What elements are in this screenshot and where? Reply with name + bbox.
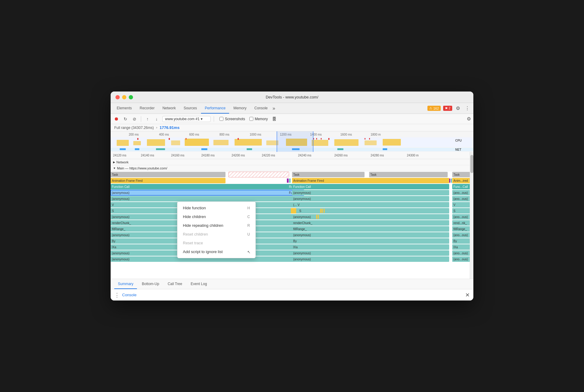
close-button[interactable]	[115, 95, 120, 99]
svg-text:Task: Task	[370, 173, 377, 176]
tab-sources[interactable]: Sources	[180, 103, 200, 114]
ctx-hide-children[interactable]: Hide children C	[177, 212, 255, 221]
svg-text:1600 ms: 1600 ms	[340, 133, 352, 136]
toolbar-gear-icon[interactable]: ⚙	[467, 116, 471, 122]
tab-right-area: ⚠ 162 ✖ 2 ⚙ ⋮	[427, 105, 471, 112]
cursor-icon: ↖	[247, 250, 251, 254]
timeline-overview[interactable]: 200 ms 400 ms 600 ms 800 ms 1000 ms 1200…	[111, 131, 473, 152]
url-value: www.youtube.com #1	[165, 117, 200, 121]
svg-text:rend...nk_: rend...nk_	[453, 221, 467, 225]
svg-rect-132	[292, 238, 449, 244]
svg-rect-15	[185, 139, 209, 146]
ctx-hide-repeating-shortcut: R	[247, 223, 250, 228]
clear-button[interactable]: ⊘	[131, 116, 138, 122]
tab-summary[interactable]: Summary	[114, 279, 137, 289]
svg-text:(anonymous): (anonymous)	[293, 258, 311, 261]
svg-rect-17	[235, 139, 262, 146]
more-tabs-icon[interactable]: »	[273, 106, 275, 111]
more-options-icon[interactable]: ⋮	[464, 105, 471, 112]
svg-rect-30	[321, 138, 322, 140]
ctx-hide-repeating[interactable]: Hide repeating children R	[177, 221, 255, 230]
svg-text:(anonymous): (anonymous)	[112, 197, 129, 201]
svg-text:S: S	[112, 209, 114, 213]
error-icon: ✖	[445, 106, 448, 110]
minimize-button[interactable]	[122, 95, 126, 99]
console-close-icon[interactable]: ✕	[465, 292, 470, 298]
ctx-add-ignore[interactable]: Add script to ignore list ↖	[177, 247, 255, 256]
svg-text:(anonymous): (anonymous)	[293, 233, 311, 237]
console-options-icon[interactable]: ⋮	[114, 292, 120, 298]
ctx-reset-children: Reset children U	[177, 230, 255, 239]
maximize-button[interactable]	[129, 95, 133, 99]
memory-icon: 🗄	[272, 117, 276, 121]
url-dropdown-icon: ▾	[201, 117, 203, 121]
svg-rect-39	[201, 148, 207, 150]
reload-button[interactable]: ↻	[122, 116, 129, 122]
record-button[interactable]: ⏺	[113, 116, 120, 122]
svg-rect-144	[292, 250, 449, 256]
svg-text:1800 m: 1800 m	[371, 133, 381, 136]
call-tree-tab-label: Call Tree	[168, 282, 182, 286]
ctx-reset-children-shortcut: U	[247, 232, 250, 236]
svg-text:1000 ms: 1000 ms	[250, 133, 261, 136]
svg-rect-99	[291, 208, 296, 214]
window-title: DevTools - www.youtube.com/	[266, 95, 318, 99]
clear-icon: ⊘	[133, 117, 136, 121]
svg-rect-71	[292, 184, 449, 189]
event-log-tab-label: Event Log	[191, 282, 207, 286]
svg-rect-138	[292, 244, 449, 250]
ctx-hide-function-label: Hide function	[183, 206, 206, 210]
svg-rect-154	[320, 209, 321, 213]
svg-text:(anonymous): (anonymous)	[112, 258, 129, 261]
svg-rect-150	[292, 256, 449, 262]
console-tab-label: Console	[254, 106, 268, 110]
memory-input[interactable]	[249, 117, 253, 121]
tab-performance[interactable]: Performance	[201, 103, 229, 114]
screenshots-checkbox[interactable]: Screenshots	[219, 117, 245, 121]
svg-text:Animation Frame Fired: Animation Frame Fired	[293, 179, 324, 182]
svg-rect-50	[229, 172, 289, 177]
network-section-header[interactable]: ▶ Network	[111, 159, 473, 165]
svg-rect-52	[292, 172, 365, 177]
tab-network[interactable]: Network	[159, 103, 179, 114]
tab-bottom-up[interactable]: Bottom-Up	[138, 279, 163, 289]
url-selector[interactable]: www.youtube.com #1 ▾	[162, 116, 211, 122]
svg-text:By: By	[453, 239, 457, 243]
svg-rect-31	[328, 138, 329, 140]
svg-text:fillRange_: fillRange_	[293, 227, 307, 231]
tab-recorder[interactable]: Recorder	[136, 103, 158, 114]
svg-rect-126	[292, 232, 449, 238]
screenshots-input[interactable]	[219, 117, 223, 121]
console-label[interactable]: Console	[122, 293, 137, 297]
svg-text:400 ms: 400 ms	[159, 133, 169, 136]
svg-rect-20	[312, 140, 328, 146]
tab-elements[interactable]: Elements	[113, 103, 135, 114]
tab-console[interactable]: Console	[251, 103, 271, 114]
svg-rect-106	[292, 214, 449, 220]
toolbar-sep-2	[214, 116, 214, 122]
memory-tab-label: Memory	[233, 106, 246, 110]
main-timeline-area: 24120 ms 24140 ms 24160 ms 24180 ms 2420…	[111, 152, 473, 279]
main-section-header[interactable]: ▼ Main — https://www.youtube.com/	[111, 165, 473, 171]
memory-checkbox[interactable]: Memory	[249, 117, 268, 121]
tab-memory[interactable]: Memory	[230, 103, 250, 114]
svg-rect-92	[292, 202, 449, 207]
svg-rect-13	[147, 139, 165, 146]
svg-rect-25	[169, 138, 170, 140]
error-badge: ✖ 2	[443, 106, 452, 111]
scrollbar[interactable]	[470, 152, 473, 279]
download-button[interactable]: ↓	[153, 116, 160, 122]
settings-icon[interactable]: ⚙	[455, 105, 461, 112]
svg-text:(anonymous): (anonymous)	[293, 215, 311, 219]
upload-button[interactable]: ↑	[144, 116, 151, 122]
ruler-tick-6: 24240 ms	[298, 154, 311, 157]
scroll-thumb[interactable]	[470, 155, 473, 173]
tab-call-tree[interactable]: Call Tree	[164, 279, 186, 289]
tab-event-log[interactable]: Event Log	[187, 279, 211, 289]
svg-rect-110	[316, 215, 317, 219]
svg-rect-42	[337, 148, 343, 150]
ctx-hide-function[interactable]: Hide function H	[177, 204, 255, 212]
devtools-tabs: Elements Recorder Network Sources Perfor…	[111, 103, 473, 114]
performance-toolbar: ⏺ ↻ ⊘ ↑ ↓ www.youtube.com #1 ▾ Screensho…	[111, 114, 473, 124]
svg-rect-27	[238, 138, 239, 140]
